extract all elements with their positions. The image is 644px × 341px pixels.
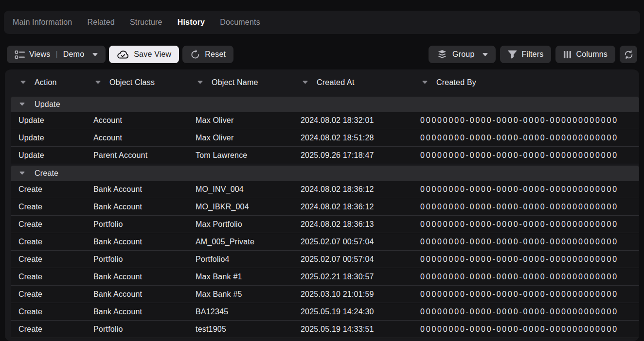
refresh-sync-icon	[624, 50, 634, 60]
tab-main-information[interactable]: Main Information	[13, 18, 72, 27]
table-row[interactable]: UpdateParent AccountTom Lawrence2025.09.…	[11, 147, 639, 164]
cell-created-at: 2025.09.26 17:18:47	[301, 151, 420, 160]
cell-action: Create	[11, 220, 93, 229]
table-row[interactable]: CreateBank AccountBA123452025.05.19 14:2…	[11, 303, 639, 321]
table-row[interactable]: CreatePortfolioPortfolio42025.02.07 00:5…	[11, 251, 639, 268]
group-label: Group	[452, 50, 474, 59]
cell-object-class: Bank Account	[93, 290, 196, 299]
filters-label: Filters	[521, 50, 543, 59]
reset-button[interactable]: Reset	[182, 46, 233, 63]
group-button[interactable]: Group	[429, 46, 496, 63]
cell-created-by: 00000000-0000-0000-0000-000000000000	[420, 203, 639, 211]
table-row[interactable]: CreatePortfoliotest19052025.05.19 14:33:…	[11, 321, 639, 338]
cell-object-name: BA12345	[196, 307, 301, 316]
views-label: Views	[29, 50, 50, 59]
table-header-row: Action Object Class Object Name Created …	[11, 69, 639, 95]
save-view-button[interactable]: Save View	[109, 46, 179, 63]
cell-created-at: 2024.08.02 18:51:28	[301, 134, 420, 142]
column-label: Created By	[436, 78, 476, 87]
tab-related[interactable]: Related	[87, 18, 115, 27]
table-body: UpdateUpdateAccountMax Oliver2024.08.02 …	[11, 97, 639, 338]
cell-object-name: Max Portfolio	[196, 220, 301, 229]
cell-object-name: Max Bank #1	[196, 273, 301, 281]
table-row[interactable]: UpdateAccountMax Oliver2024.08.02 18:32:…	[11, 112, 639, 129]
cell-created-at: 2024.08.02 18:36:12	[301, 185, 420, 194]
cell-created-at: 2025.02.07 00:57:04	[301, 238, 420, 246]
cell-action: Create	[11, 185, 93, 194]
cell-object-class: Parent Account	[93, 151, 196, 160]
cell-object-name: Tom Lawrence	[196, 151, 301, 160]
cell-object-class: Portfolio	[93, 255, 196, 264]
save-view-label: Save View	[134, 50, 171, 59]
cell-action: Create	[11, 203, 93, 211]
table-row[interactable]: CreateBank AccountMO_INV_0042024.08.02 1…	[11, 181, 639, 198]
chevron-down-icon[interactable]	[19, 171, 25, 175]
cell-action: Update	[11, 134, 93, 142]
column-menu-icon[interactable]	[95, 81, 101, 84]
column-label: Object Name	[212, 78, 258, 87]
cell-action: Create	[11, 325, 93, 334]
cell-created-at: 2025.03.10 21:01:59	[301, 290, 420, 299]
chevron-down-icon	[483, 53, 488, 56]
table-row[interactable]: CreateBank AccountMO_IBKR_0042024.08.02 …	[11, 198, 639, 216]
filters-button[interactable]: Filters	[500, 46, 551, 63]
cell-object-name: AM_005_Private	[196, 238, 301, 246]
tab-documents[interactable]: Documents	[220, 18, 260, 27]
column-header-action[interactable]: Action	[11, 78, 93, 87]
cell-created-by: 00000000-0000-0000-0000-000000000000	[420, 116, 639, 125]
columns-button[interactable]: Columns	[555, 46, 615, 63]
columns-label: Columns	[576, 50, 608, 59]
column-header-created-by[interactable]: Created By	[420, 78, 639, 87]
layers-icon	[436, 50, 448, 60]
group-header-create[interactable]: Create	[11, 166, 639, 181]
current-view-name: Demo	[63, 50, 84, 59]
column-menu-icon[interactable]	[197, 81, 203, 84]
cell-created-at: 2025.02.07 00:57:04	[301, 255, 420, 264]
column-menu-icon[interactable]	[422, 81, 428, 84]
column-menu-icon[interactable]	[20, 81, 26, 84]
views-separator: |	[54, 50, 58, 59]
table-row[interactable]: CreateBank AccountAM_005_Private2025.02.…	[11, 233, 639, 251]
views-selector-button[interactable]: Views | Demo	[7, 46, 106, 63]
group-rows: CreateBank AccountMO_INV_0042024.08.02 1…	[11, 181, 639, 338]
table-row[interactable]: CreateBank AccountMax Bank #12025.02.21 …	[11, 268, 639, 286]
table-row[interactable]: UpdateAccountMax Oliver2024.08.02 18:51:…	[11, 129, 639, 147]
column-header-object-name[interactable]: Object Name	[196, 78, 301, 87]
tab-bar: Main Information Related Structure Histo…	[4, 11, 640, 34]
cell-object-class: Bank Account	[93, 203, 196, 211]
group-rows: UpdateAccountMax Oliver2024.08.02 18:32:…	[11, 112, 639, 164]
tab-history[interactable]: History	[178, 18, 205, 27]
column-label: Object Class	[109, 78, 155, 87]
list-views-icon	[15, 50, 25, 59]
cell-object-class: Bank Account	[93, 238, 196, 246]
cell-created-by: 00000000-0000-0000-0000-000000000000	[420, 307, 639, 316]
tab-structure[interactable]: Structure	[130, 18, 162, 27]
cloud-check-icon	[117, 50, 129, 59]
column-header-created-at[interactable]: Created At	[301, 78, 420, 87]
column-label: Action	[35, 78, 57, 87]
chevron-down-icon[interactable]	[19, 102, 25, 106]
reset-icon	[190, 50, 200, 60]
column-header-object-class[interactable]: Object Class	[93, 78, 196, 87]
table-row[interactable]: CreatePortfolioMax Portfolio2024.08.02 1…	[11, 216, 639, 233]
cell-created-at: 2025.05.19 14:24:30	[301, 307, 420, 316]
column-menu-icon[interactable]	[303, 81, 308, 84]
cell-created-at: 2025.05.19 14:33:51	[301, 325, 420, 334]
cell-object-name: Max Bank #5	[196, 290, 301, 299]
cell-object-name: test1905	[196, 325, 301, 334]
cell-created-by: 00000000-0000-0000-0000-000000000000	[420, 255, 639, 264]
cell-object-class: Account	[93, 134, 196, 142]
cell-object-name: Portfolio4	[196, 255, 301, 264]
cell-action: Create	[11, 238, 93, 246]
cell-action: Create	[11, 290, 93, 299]
cell-action: Create	[11, 273, 93, 281]
refresh-button[interactable]	[620, 46, 637, 63]
history-table: Action Object Class Object Name Created …	[5, 69, 639, 341]
cell-created-by: 00000000-0000-0000-0000-000000000000	[420, 185, 639, 194]
group-header-update[interactable]: Update	[11, 97, 639, 112]
table-row[interactable]: CreateBank AccountMax Bank #52025.03.10 …	[11, 286, 639, 303]
column-label: Created At	[317, 78, 355, 87]
cell-action: Update	[11, 116, 93, 125]
cell-created-by: 00000000-0000-0000-0000-000000000000	[420, 151, 639, 160]
group-label: Update	[35, 100, 60, 109]
